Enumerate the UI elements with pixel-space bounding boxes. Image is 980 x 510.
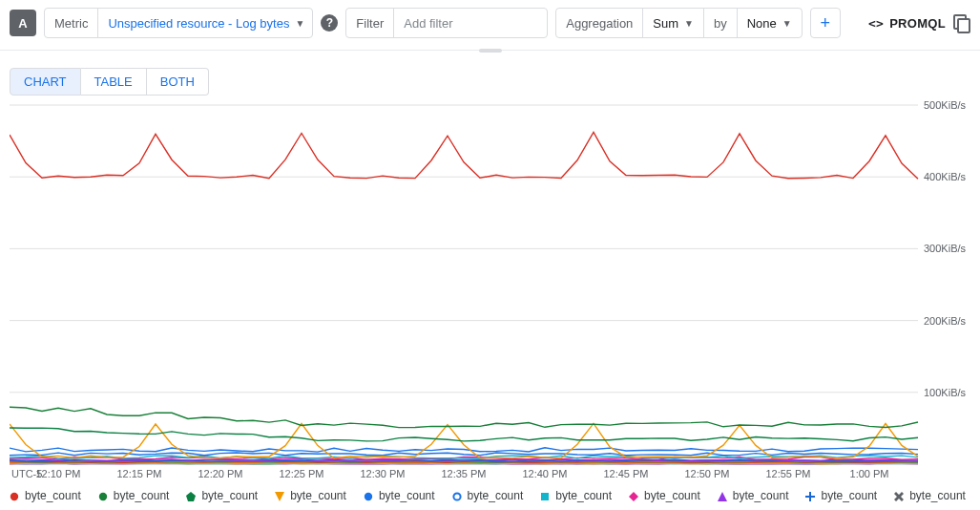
query-letter-badge: A xyxy=(10,10,36,36)
code-icon: <> xyxy=(868,16,884,31)
legend-label: byte_count xyxy=(821,489,877,502)
svg-rect-30 xyxy=(541,493,549,500)
svg-text:12:40 PM: 12:40 PM xyxy=(522,468,567,479)
view-tabs: CHARTTABLEBOTH xyxy=(0,53,980,96)
promql-toggle[interactable]: <> PROMQL xyxy=(868,16,946,31)
chart-svg: 100KiB/s200KiB/s300KiB/s400KiB/s500KiB/s… xyxy=(10,99,970,481)
aggregation-label: Aggregation xyxy=(556,9,643,37)
aggregation-func-text: Sum xyxy=(653,16,678,31)
svg-text:12:30 PM: 12:30 PM xyxy=(360,468,405,479)
view-tab-table[interactable]: TABLE xyxy=(81,68,147,96)
legend-item[interactable]: byte_count xyxy=(629,489,700,502)
svg-marker-27 xyxy=(275,492,284,501)
legend-item[interactable]: byte_count xyxy=(894,489,966,502)
legend-label: byte_count xyxy=(201,489,258,502)
aggregation-by-text: None xyxy=(747,16,777,31)
svg-text:300KiB/s: 300KiB/s xyxy=(924,243,967,254)
svg-text:12:25 PM: 12:25 PM xyxy=(279,468,323,479)
legend-label: byte_count xyxy=(114,489,170,502)
svg-point-29 xyxy=(453,493,460,499)
metric-value[interactable]: Unspecified resource - Log bytes ▼ xyxy=(98,9,312,37)
add-query-button[interactable]: + xyxy=(810,8,841,38)
metric-selector[interactable]: Metric Unspecified resource - Log bytes … xyxy=(44,8,313,38)
aggregation-by-label: by xyxy=(704,9,738,37)
legend-swatch-icon xyxy=(452,491,462,500)
legend-item[interactable]: byte_count xyxy=(452,489,524,502)
view-tab-chart[interactable]: CHART xyxy=(10,68,81,96)
metric-value-text: Unspecified resource - Log bytes xyxy=(108,16,289,31)
legend-label: byte_count xyxy=(379,489,435,502)
aggregation-func[interactable]: Sum ▼ xyxy=(643,9,704,37)
svg-marker-26 xyxy=(186,492,196,501)
legend-item[interactable]: byte_count xyxy=(98,489,170,502)
legend-swatch-icon xyxy=(805,491,815,500)
svg-text:12:50 PM: 12:50 PM xyxy=(684,468,729,479)
legend-item[interactable]: byte_count xyxy=(805,489,877,502)
legend-swatch-icon xyxy=(275,491,284,500)
legend-item[interactable]: byte_count xyxy=(540,489,612,502)
query-toolbar: A Metric Unspecified resource - Log byte… xyxy=(0,0,980,51)
legend-swatch-icon xyxy=(629,491,638,500)
promql-label: PROMQL xyxy=(889,16,946,31)
caret-down-icon: ▼ xyxy=(782,18,792,29)
chart-plot[interactable]: 100KiB/s200KiB/s300KiB/s400KiB/s500KiB/s… xyxy=(10,99,970,481)
legend-swatch-icon xyxy=(98,491,108,500)
legend-item[interactable]: byte_count xyxy=(364,489,435,502)
help-icon[interactable]: ? xyxy=(321,14,338,32)
legend-label: byte_count xyxy=(555,489,612,502)
svg-text:UTC-5: UTC-5 xyxy=(11,468,42,479)
svg-text:12:20 PM: 12:20 PM xyxy=(198,468,242,479)
svg-text:12:55 PM: 12:55 PM xyxy=(765,468,810,479)
svg-text:200KiB/s: 200KiB/s xyxy=(924,315,967,327)
filter-label: Filter xyxy=(346,9,394,37)
legend-label: byte_count xyxy=(733,489,789,502)
legend-label: byte_count xyxy=(25,489,81,502)
aggregation-by[interactable]: None ▼ xyxy=(738,9,802,37)
view-tab-both[interactable]: BOTH xyxy=(147,68,209,96)
filter-field[interactable]: Filter xyxy=(345,8,548,38)
svg-text:1:00 PM: 1:00 PM xyxy=(850,468,889,479)
svg-text:12:35 PM: 12:35 PM xyxy=(441,468,486,479)
metric-label: Metric xyxy=(45,9,98,37)
svg-text:100KiB/s: 100KiB/s xyxy=(924,387,967,398)
legend-swatch-icon xyxy=(718,491,727,500)
svg-point-28 xyxy=(365,493,372,500)
svg-text:12:15 PM: 12:15 PM xyxy=(116,468,161,479)
legend-label: byte_count xyxy=(468,489,524,502)
svg-text:12:10 PM: 12:10 PM xyxy=(35,468,80,479)
legend-label: byte_count xyxy=(644,489,700,502)
legend-swatch-icon xyxy=(540,491,550,500)
legend-item[interactable]: byte_count xyxy=(718,489,789,502)
caret-down-icon: ▼ xyxy=(684,18,694,29)
chart-legend: byte_countbyte_countbyte_countbyte_count… xyxy=(0,481,980,510)
legend-item[interactable]: byte_count xyxy=(275,489,346,502)
legend-item[interactable]: byte_count xyxy=(186,489,258,502)
caret-down-icon: ▼ xyxy=(295,18,304,29)
svg-text:12:45 PM: 12:45 PM xyxy=(603,468,648,479)
svg-text:400KiB/s: 400KiB/s xyxy=(924,171,967,182)
svg-marker-32 xyxy=(718,492,727,501)
svg-point-24 xyxy=(10,493,18,500)
legend-swatch-icon xyxy=(186,491,196,500)
legend-swatch-icon xyxy=(10,491,19,500)
legend-swatch-icon xyxy=(894,491,904,500)
legend-label: byte_count xyxy=(909,489,966,502)
chart-container: 100KiB/s200KiB/s300KiB/s400KiB/s500KiB/s… xyxy=(10,99,970,481)
legend-label: byte_count xyxy=(290,489,346,502)
legend-item[interactable]: byte_count xyxy=(10,489,81,502)
aggregation-group: Aggregation Sum ▼ by None ▼ xyxy=(555,8,802,38)
copy-icon[interactable] xyxy=(953,14,970,32)
filter-input[interactable] xyxy=(394,9,547,37)
legend-swatch-icon xyxy=(364,491,373,500)
svg-point-25 xyxy=(99,493,107,500)
svg-marker-31 xyxy=(629,492,638,501)
svg-text:500KiB/s: 500KiB/s xyxy=(924,99,967,111)
